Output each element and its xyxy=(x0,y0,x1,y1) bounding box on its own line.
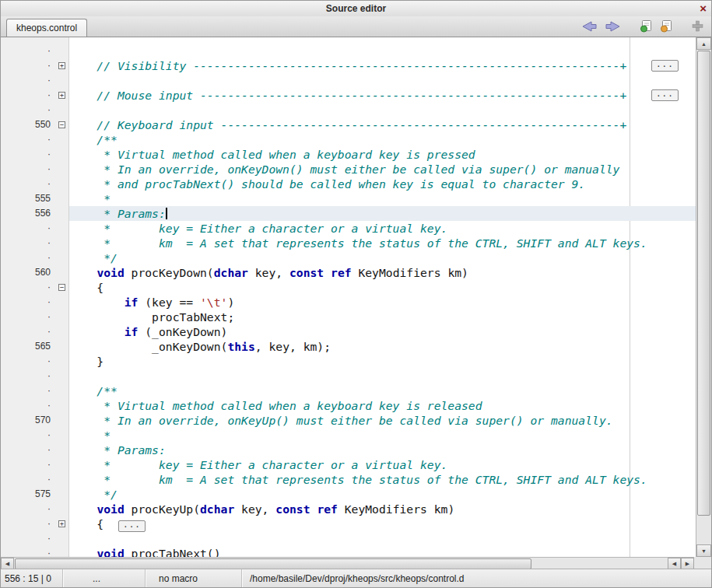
code-text[interactable]: * Params: xyxy=(69,443,696,457)
code-text[interactable]: * km = A set that represents the status … xyxy=(69,236,696,250)
code-line[interactable]: · void procTabNext() xyxy=(1,546,696,557)
code-text[interactable]: * Params: xyxy=(69,206,696,221)
code-text[interactable] xyxy=(69,369,696,383)
code-text[interactable]: * xyxy=(69,191,696,206)
code-text[interactable]: { ... xyxy=(69,516,696,531)
code-line[interactable]: · /** xyxy=(1,383,696,398)
code-text[interactable]: /** xyxy=(69,132,696,147)
fold-marker-icon[interactable]: − xyxy=(58,284,65,291)
code-line[interactable]: · */ xyxy=(1,250,696,265)
fold-column xyxy=(55,398,69,413)
document-orange-badge-icon[interactable] xyxy=(660,19,673,33)
code-line[interactable]: ·+ // Mouse input ----------------------… xyxy=(1,88,696,103)
code-line[interactable]: ·+ // Visibility -----------------------… xyxy=(1,58,696,73)
folded-code-ellipsis[interactable]: ... xyxy=(118,520,146,532)
vertical-scrollbar-thumb[interactable] xyxy=(697,51,710,516)
go-back-arrow-icon[interactable] xyxy=(581,20,598,33)
detach-cross-icon[interactable] xyxy=(692,20,703,32)
go-forward-arrow-icon[interactable] xyxy=(605,20,621,33)
code-line[interactable]: · procTabNext; xyxy=(1,310,696,324)
code-text[interactable]: void procKeyDown(dchar key, const ref Ke… xyxy=(69,265,696,280)
code-text[interactable] xyxy=(69,44,696,58)
code-line[interactable]: 556 * Params: xyxy=(1,206,696,221)
fold-marker-icon[interactable]: + xyxy=(58,92,65,99)
code-line[interactable]: 550− // Keyboard input -----------------… xyxy=(1,117,696,132)
scroll-up-button[interactable]: ▲ xyxy=(696,37,711,50)
code-line[interactable]: · xyxy=(1,369,696,383)
code-line[interactable]: · /** xyxy=(1,132,696,147)
fold-marker-icon[interactable]: + xyxy=(58,62,65,69)
code-line[interactable]: · if (key == '\t') xyxy=(1,295,696,310)
code-text[interactable]: */ xyxy=(69,250,696,265)
code-line[interactable]: · * km = A set that represents the statu… xyxy=(1,236,696,250)
code-text[interactable]: * In an override, onKeyDown() must eithe… xyxy=(69,162,696,177)
code-line[interactable]: · xyxy=(1,73,696,88)
horizontal-scrollbar-thumb[interactable] xyxy=(15,558,531,569)
code-line[interactable]: · xyxy=(1,103,696,117)
code-viewport[interactable]: ··+ // Visibility ----------------------… xyxy=(1,37,696,557)
code-text[interactable]: _onKeyDown(this, key, km); xyxy=(69,339,696,354)
fold-marker-icon[interactable]: + xyxy=(58,520,65,527)
code-line[interactable]: · xyxy=(1,531,696,546)
code-text[interactable] xyxy=(69,73,696,88)
code-line[interactable]: · * Params: xyxy=(1,443,696,457)
status-panel-2: ... xyxy=(63,569,146,587)
code-line[interactable]: 560 void procKeyDown(dchar key, const re… xyxy=(1,265,696,280)
code-text[interactable]: */ xyxy=(69,487,696,502)
vertical-scrollbar[interactable]: ▲ ▼ xyxy=(696,37,711,557)
code-line[interactable]: · * key = Either a character or a virtua… xyxy=(1,221,696,236)
code-line[interactable]: 555 * xyxy=(1,191,696,206)
code-text[interactable]: if (key == '\t') xyxy=(69,295,696,310)
code-line[interactable]: · xyxy=(1,44,696,58)
folded-code-ellipsis[interactable]: ... xyxy=(651,89,679,101)
code-line[interactable]: · if (_onKeyDown) xyxy=(1,324,696,339)
close-icon[interactable]: × xyxy=(700,2,707,16)
code-text[interactable]: // Mouse input -------------------------… xyxy=(69,88,696,103)
fold-marker-icon[interactable]: − xyxy=(58,121,65,128)
code-text[interactable] xyxy=(69,531,696,546)
scroll-down-button[interactable]: ▼ xyxy=(696,544,711,557)
vertical-scrollbar-track[interactable] xyxy=(696,50,711,544)
line-number: · xyxy=(1,472,55,487)
code-text[interactable]: // Visibility --------------------------… xyxy=(69,58,696,73)
code-text[interactable]: } xyxy=(69,354,696,369)
code-line[interactable]: · * Virtual method called when a keyboar… xyxy=(1,147,696,162)
code-text[interactable]: procTabNext; xyxy=(69,310,696,324)
code-text[interactable]: * key = Either a character or a virtual … xyxy=(69,457,696,472)
code-line[interactable]: · * and procTabNext() should be called w… xyxy=(1,177,696,191)
titlebar[interactable]: Source editor × xyxy=(1,1,711,16)
code-line[interactable]: 570 * In an override, onKeyUp() must eit… xyxy=(1,413,696,428)
code-line[interactable]: · } xyxy=(1,354,696,369)
code-line[interactable]: ·+ { ... xyxy=(1,516,696,531)
code-text[interactable]: // Keyboard input ----------------------… xyxy=(69,117,696,132)
code-text[interactable]: { xyxy=(69,280,696,295)
line-number: · xyxy=(1,280,55,295)
code-text[interactable]: if (_onKeyDown) xyxy=(69,324,696,339)
code-line[interactable]: ·− { xyxy=(1,280,696,295)
code-text[interactable]: void procKeyUp(dchar key, const ref KeyM… xyxy=(69,502,696,516)
code-line[interactable]: · * Virtual method called when a keyboar… xyxy=(1,398,696,413)
code-line[interactable]: · * key = Either a character or a virtua… xyxy=(1,457,696,472)
code-text[interactable]: * In an override, onKeyUp() must either … xyxy=(69,413,696,428)
code-line[interactable]: 565 _onKeyDown(this, key, km); xyxy=(1,339,696,354)
document-green-badge-icon[interactable] xyxy=(640,19,653,33)
code-text[interactable]: * Virtual method called when a keyboard … xyxy=(69,147,696,162)
code-text[interactable]: * km = A set that represents the status … xyxy=(69,472,696,487)
code-lines: ··+ // Visibility ----------------------… xyxy=(1,37,696,557)
code-text[interactable]: * and procTabNext() should be called whe… xyxy=(69,177,696,191)
code-line[interactable]: 575 */ xyxy=(1,487,696,502)
fold-column xyxy=(55,265,69,280)
folded-code-ellipsis[interactable]: ... xyxy=(651,60,679,72)
code-text[interactable]: void procTabNext() xyxy=(69,546,696,557)
code-text[interactable]: /** xyxy=(69,383,696,398)
code-line[interactable]: · * In an override, onKeyDown() must eit… xyxy=(1,162,696,177)
code-text[interactable] xyxy=(69,103,696,117)
source-editor-window: { "window": { "title": "Source editor", … xyxy=(0,0,712,588)
code-line[interactable]: · void procKeyUp(dchar key, const ref Ke… xyxy=(1,502,696,516)
code-line[interactable]: · * xyxy=(1,428,696,443)
tab-kheops-control[interactable]: kheops.control xyxy=(6,19,87,37)
code-text[interactable]: * Virtual method called when a keyboard … xyxy=(69,398,696,413)
code-text[interactable]: * key = Either a character or a virtual … xyxy=(69,221,696,236)
code-text[interactable]: * xyxy=(69,428,696,443)
code-line[interactable]: · * km = A set that represents the statu… xyxy=(1,472,696,487)
